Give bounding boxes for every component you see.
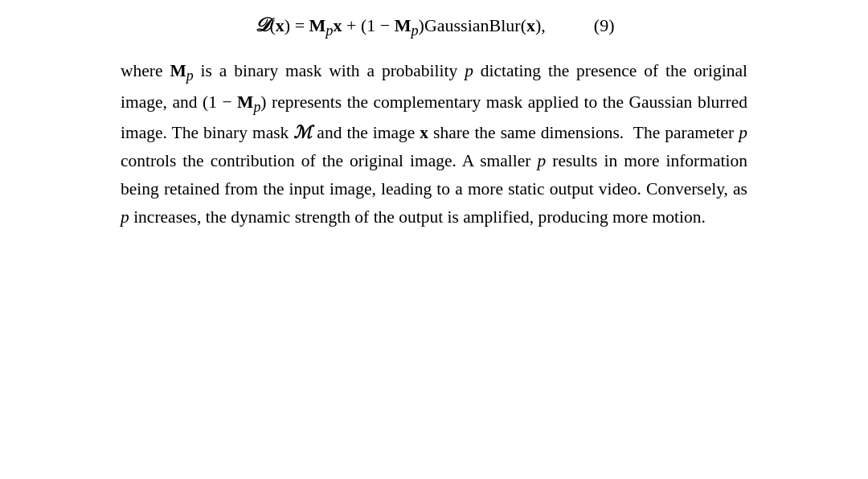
equation-row: 𝒟(x) = Mpx + (1 − Mp)GaussianBlur(x), (9… xyxy=(121,14,747,39)
equation-number: (9) xyxy=(594,15,615,36)
paragraph-body: where Mp is a binary mask with a probabi… xyxy=(121,57,747,231)
equation-formula: 𝒟(x) = Mpx + (1 − Mp)GaussianBlur(x), xyxy=(254,14,546,39)
content-wrapper: 𝒟(x) = Mpx + (1 − Mp)GaussianBlur(x), (9… xyxy=(72,0,796,231)
